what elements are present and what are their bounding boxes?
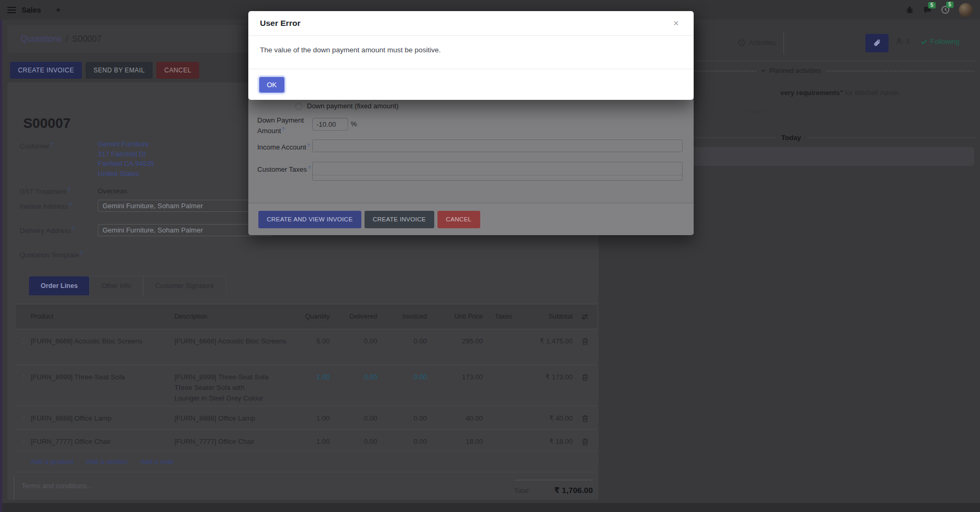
cell-subtotal: ₹ 1,475.00: [522, 336, 573, 365]
customer-label: Customer?: [20, 142, 53, 150]
error-dialog-title: User Error: [260, 18, 301, 28]
cell-unit-price[interactable]: 18.00: [429, 436, 485, 451]
delete-row-icon[interactable]: [573, 372, 597, 406]
followers-button[interactable]: 3: [895, 37, 909, 45]
create-invoice-button[interactable]: CREATE INVOICE: [10, 62, 82, 79]
cell-description[interactable]: [FURN_8888] Office Lamp: [174, 413, 286, 429]
cell-invoiced[interactable]: 0.00: [379, 436, 429, 451]
customer-country-link[interactable]: United States: [98, 169, 154, 179]
cell-description[interactable]: [FURN_7777] Office Chair: [174, 436, 286, 451]
order-line-row[interactable]: [FURN_8999] Three-Seat Sofa [FURN_8999] …: [16, 365, 597, 406]
breadcrumb-quotations-link[interactable]: Quotations: [21, 34, 61, 44]
today-label: Today: [781, 134, 801, 142]
ok-button[interactable]: OK: [259, 77, 285, 93]
tab-customer-signature[interactable]: Customer Signature: [143, 276, 226, 295]
debug-bug-icon[interactable]: [906, 6, 914, 14]
cell-product[interactable]: [FURN_6666] Acoustic Bloc Screens: [31, 336, 174, 365]
col-delivered: Delivered: [332, 313, 379, 320]
order-line-row[interactable]: [FURN_8888] Office Lamp [FURN_8888] Offi…: [16, 406, 597, 430]
down-payment-amount-input[interactable]: -10.00: [312, 118, 348, 131]
create-and-view-invoice-button[interactable]: CREATE AND VIEW INVOICE: [258, 211, 361, 228]
messages-icon[interactable]: 5: [923, 6, 932, 14]
customer-value[interactable]: Gemini Furniture 317 Fairchild Dr Fairfi…: [98, 139, 154, 179]
cell-quantity[interactable]: 1.00: [286, 436, 332, 451]
cell-delivered[interactable]: 0.00: [332, 436, 379, 451]
cell-taxes[interactable]: [485, 413, 522, 429]
cell-unit-price[interactable]: 40.00: [429, 413, 485, 429]
cell-delivered[interactable]: 0.00: [332, 413, 379, 429]
cell-unit-price[interactable]: 295.00: [429, 336, 485, 365]
delete-row-icon[interactable]: [573, 436, 597, 451]
app-name-sales[interactable]: Sales: [22, 6, 41, 14]
activity-cancel-link[interactable]: Cancel: [745, 107, 766, 115]
attach-files-button[interactable]: [865, 34, 889, 52]
order-line-row[interactable]: [FURN_6666] Acoustic Bloc Screens [FURN_…: [16, 329, 597, 365]
activity-assignee: for Mitchell Admin: [843, 89, 899, 97]
user-avatar[interactable]: [959, 3, 973, 17]
drag-handle-icon[interactable]: [16, 413, 31, 429]
column-options-icon[interactable]: [573, 313, 597, 320]
customer-city-link[interactable]: Fairfield CA 94535: [98, 159, 154, 169]
terms-and-conditions-input[interactable]: Terms and conditions...: [14, 476, 510, 501]
down-payment-fixed-radio-label[interactable]: Down payment (fixed amount): [307, 102, 398, 110]
cell-delivered[interactable]: 0.00: [332, 336, 379, 365]
wizard-create-invoice-button[interactable]: CREATE INVOICE: [365, 211, 434, 228]
taxes-input-divider: [313, 175, 682, 175]
send-by-email-button[interactable]: SEND BY EMAIL: [86, 62, 153, 79]
cell-description[interactable]: [FURN_8999] Three-Seat Sofa Three Seater…: [174, 372, 286, 406]
paperclip-icon: [873, 39, 881, 48]
delete-row-icon[interactable]: [573, 336, 597, 365]
help-marker: ?: [68, 187, 70, 192]
add-a-section-link[interactable]: Add a section: [86, 458, 128, 466]
customer-street-link[interactable]: 317 Fairchild Dr: [98, 150, 154, 160]
cell-taxes[interactable]: [485, 336, 522, 365]
cell-invoiced[interactable]: 0.00: [379, 336, 429, 365]
delivery-address-label: Delivery Address?: [20, 226, 75, 235]
following-button[interactable]: Following: [921, 38, 959, 45]
apps-menu-icon[interactable]: [7, 7, 16, 13]
drag-handle-icon[interactable]: [16, 436, 31, 451]
notebook-tabs: Order Lines Other Info Customer Signatur…: [29, 276, 226, 295]
drag-handle-icon[interactable]: [16, 336, 31, 365]
col-quantity: Quantity: [286, 313, 332, 320]
table-header-row: Product Description Quantity Delivered I…: [16, 304, 597, 329]
tab-other-info[interactable]: Other Info: [89, 276, 143, 295]
cell-quantity[interactable]: 1.00: [286, 372, 332, 406]
cell-invoiced[interactable]: 0.00: [379, 372, 429, 406]
activities-button[interactable]: Activities: [738, 39, 776, 46]
customer-name-link[interactable]: Gemini Furniture: [98, 139, 154, 150]
invoice-address-input[interactable]: Gemini Furniture, Soham Palmer: [98, 200, 273, 212]
add-a-product-link[interactable]: Add a product: [31, 458, 73, 466]
add-a-note-link[interactable]: Add a note: [141, 458, 174, 466]
cell-quantity[interactable]: 1.00: [286, 413, 332, 429]
wizard-cancel-button[interactable]: CANCEL: [437, 211, 480, 228]
customer-taxes-input[interactable]: [312, 162, 683, 181]
gst-treatment-value[interactable]: Overseas: [98, 187, 127, 195]
new-tab-plus-icon[interactable]: +: [56, 5, 61, 15]
cell-product[interactable]: [FURN_7777] Office Chair: [31, 436, 174, 451]
drag-handle-icon[interactable]: [16, 372, 31, 406]
followers-count: 3: [906, 37, 909, 45]
delete-row-icon[interactable]: [573, 413, 597, 429]
cell-description[interactable]: [FURN_6666] Acoustic Bloc Screens: [174, 336, 286, 365]
activities-clock-icon[interactable]: 5: [941, 5, 950, 14]
income-account-input[interactable]: [312, 139, 683, 152]
delivery-address-input[interactable]: Gemini Furniture, Soham Palmer: [98, 224, 273, 236]
messages-count-badge: 5: [928, 2, 936, 8]
cell-delivered[interactable]: 0.00: [332, 372, 379, 406]
cell-taxes[interactable]: [485, 436, 522, 451]
cell-taxes[interactable]: [485, 372, 522, 406]
order-line-row[interactable]: [FURN_7777] Office Chair [FURN_7777] Off…: [16, 430, 597, 451]
tab-order-lines[interactable]: Order Lines: [29, 276, 89, 295]
cell-product[interactable]: [FURN_8999] Three-Seat Sofa: [31, 372, 174, 406]
record-name: S00007: [23, 115, 71, 132]
cell-unit-price[interactable]: 173.00: [429, 372, 485, 406]
down-payment-fixed-radio[interactable]: [295, 103, 302, 110]
cell-invoiced[interactable]: 0.00: [379, 413, 429, 429]
close-icon[interactable]: ×: [670, 18, 682, 29]
error-dialog-footer: OK: [248, 69, 694, 100]
col-taxes: Taxes: [485, 313, 522, 320]
cell-product[interactable]: [FURN_8888] Office Lamp: [31, 413, 174, 429]
cancel-order-button[interactable]: CANCEL: [156, 62, 199, 79]
cell-quantity[interactable]: 5.00: [286, 336, 332, 365]
